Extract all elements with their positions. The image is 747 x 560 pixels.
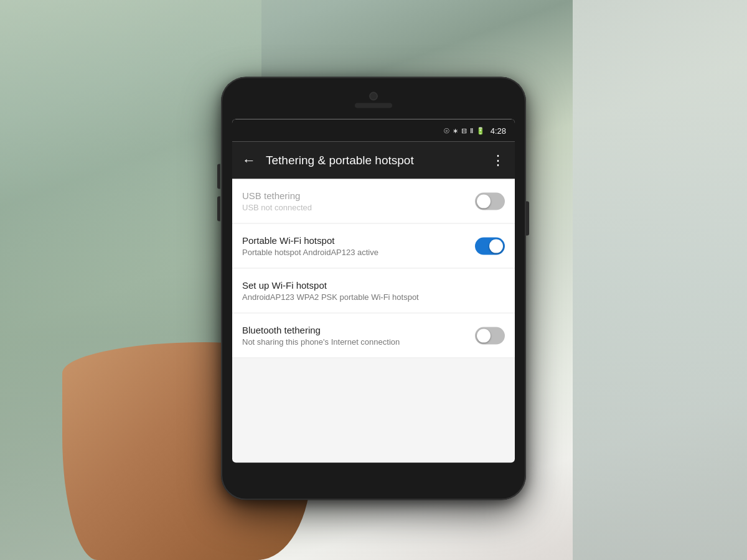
volume-up-button[interactable] [217,164,220,189]
wifi-hotspot-subtitle: Portable hotspot AndroidAP123 active [242,248,475,257]
background-right [573,0,747,560]
status-icons: ⦾ ∗ ⊟ Ⅱ 🔋 4:28 [444,126,506,135]
usb-tethering-toggle-thumb [477,194,491,208]
status-bar: ⦾ ∗ ⊟ Ⅱ 🔋 4:28 [232,119,515,142]
bluetooth-tethering-item[interactable]: Bluetooth tethering Not sharing this pho… [232,314,515,358]
wifi-hotspot-text: Portable Wi-Fi hotspot Portable hotspot … [242,235,475,257]
volume-down-button[interactable] [217,197,220,222]
signal-icon: Ⅱ [470,126,473,134]
battery-icon: 🔋 [476,126,485,134]
earpiece-speaker [355,103,392,108]
usb-tethering-subtitle: USB not connected [242,203,475,212]
setup-wifi-item[interactable]: Set up Wi-Fi hotspot AndroidAP123 WPA2 P… [232,269,515,314]
bluetooth-tethering-toggle[interactable] [475,327,505,344]
wifi-hotspot-toggle-thumb [489,239,503,253]
settings-list: USB tethering USB not connected Portable… [232,179,515,358]
bluetooth-tethering-subtitle: Not sharing this phone's Internet connec… [242,337,475,347]
usb-tethering-text: USB tethering USB not connected [242,190,475,212]
phone-screen: ⦾ ∗ ⊟ Ⅱ 🔋 4:28 ← Tethering & portable ho… [232,119,515,463]
usb-tethering-title: USB tethering [242,190,475,201]
setup-wifi-text: Set up Wi-Fi hotspot AndroidAP123 WPA2 P… [242,280,505,302]
usb-tethering-item[interactable]: USB tethering USB not connected [232,179,515,224]
bluetooth-tethering-text: Bluetooth tethering Not sharing this pho… [242,325,475,347]
setup-wifi-subtitle: AndroidAP123 WPA2 PSK portable Wi-Fi hot… [242,292,505,302]
status-time: 4:28 [491,126,506,135]
setup-wifi-title: Set up Wi-Fi hotspot [242,280,505,291]
overflow-menu-button[interactable]: ⋮ [491,152,505,169]
wifi-hotspot-item[interactable]: Portable Wi-Fi hotspot Portable hotspot … [232,224,515,269]
usb-tethering-toggle[interactable] [475,192,505,210]
wifi-calling-icon: ⦾ [444,126,449,134]
data-icon: ⊟ [461,126,467,134]
wifi-hotspot-toggle[interactable] [475,237,505,254]
page-title: Tethering & portable hotspot [266,154,481,167]
bluetooth-icon: ∗ [453,126,458,134]
phone: ⦾ ∗ ⊟ Ⅱ 🔋 4:28 ← Tethering & portable ho… [221,77,526,500]
back-button[interactable]: ← [242,152,256,169]
front-camera [369,92,378,101]
bluetooth-tethering-toggle-thumb [477,329,491,342]
app-bar: ← Tethering & portable hotspot ⋮ [232,142,515,179]
volume-buttons [217,164,221,229]
bluetooth-tethering-title: Bluetooth tethering [242,325,475,335]
wifi-hotspot-title: Portable Wi-Fi hotspot [242,235,475,246]
power-button[interactable] [526,202,529,236]
